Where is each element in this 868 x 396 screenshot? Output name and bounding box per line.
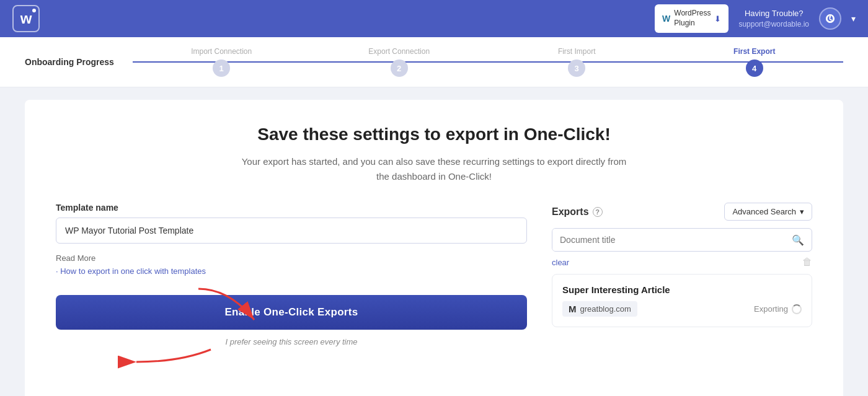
right-column: Exports ? Advanced Search ▾ 🔍 clear 🗑	[552, 203, 812, 327]
document-search-input[interactable]	[552, 229, 784, 251]
exporting-badge: Exporting	[754, 304, 802, 314]
trash-icon[interactable]: 🗑	[802, 257, 812, 268]
logo-dot	[32, 9, 36, 12]
site-badge: M greatblog.com	[562, 301, 637, 317]
step-4: First Export 4	[665, 47, 843, 77]
two-column-layout: Template name Read More How to export in…	[56, 203, 812, 377]
read-more-title: Read More	[56, 253, 527, 263]
step-4-circle: 4	[746, 59, 763, 77]
medium-icon: M	[569, 304, 577, 314]
power-icon	[825, 14, 835, 24]
export-item: Super Interesting Article M greatblog.co…	[552, 274, 812, 327]
wp-plugin-button[interactable]: W WordPressPlugin ⬇	[655, 4, 728, 32]
template-name-label: Template name	[56, 203, 527, 213]
exports-title: Exports ?	[552, 206, 603, 218]
chevron-down-icon[interactable]: ▾	[851, 14, 856, 24]
trouble-info: Having Trouble? support@wordable.io	[738, 8, 809, 30]
advanced-search-chevron-icon: ▾	[800, 207, 804, 216]
download-icon: ⬇	[714, 14, 721, 24]
help-icon[interactable]: ?	[593, 207, 603, 217]
wordpress-icon: W	[662, 14, 670, 24]
export-item-bottom: M greatblog.com Exporting	[562, 301, 802, 317]
step-3-circle: 3	[568, 59, 585, 77]
progress-label: Onboarding Progress	[25, 57, 114, 67]
logo: w	[12, 5, 40, 32]
exports-title-text: Exports	[552, 206, 589, 218]
trouble-title: Having Trouble?	[738, 8, 809, 19]
step-3-label: First Import	[558, 47, 596, 56]
spinner-icon	[792, 304, 802, 314]
step-1-circle: 1	[213, 59, 230, 77]
step-2-label: Export Connection	[368, 47, 430, 56]
clear-link[interactable]: clear	[552, 258, 569, 267]
card-title: Save these settings to export in One-Cli…	[56, 125, 812, 144]
arrow-container: Enable One-Click Exports	[56, 295, 527, 330]
logo-icon: w	[12, 5, 40, 32]
step-1-label: Import Connection	[191, 47, 252, 56]
exports-header: Exports ? Advanced Search ▾	[552, 203, 812, 221]
progress-steps: Import Connection 1 Export Connection 2 …	[133, 47, 843, 77]
header: w W WordPressPlugin ⬇ Having Trouble? su…	[0, 0, 868, 37]
site-name: greatblog.com	[580, 304, 631, 314]
step-1: Import Connection 1	[133, 47, 311, 77]
header-right: W WordPressPlugin ⬇ Having Trouble? supp…	[655, 4, 856, 32]
export-item-title: Super Interesting Article	[562, 284, 802, 295]
power-button[interactable]	[819, 7, 841, 30]
document-search-row: 🔍	[552, 228, 812, 252]
search-button[interactable]: 🔍	[784, 229, 812, 251]
support-email: support@wordable.io	[738, 19, 809, 30]
step-2: Export Connection 2	[310, 47, 488, 77]
clear-row: clear 🗑	[552, 257, 812, 268]
advanced-search-button[interactable]: Advanced Search ▾	[724, 203, 812, 221]
read-more-section: Read More How to export in one click wit…	[56, 253, 527, 276]
read-more-link[interactable]: How to export in one click with template…	[56, 266, 206, 276]
left-column: Template name Read More How to export in…	[56, 203, 527, 377]
exporting-label: Exporting	[754, 304, 788, 314]
advanced-search-label: Advanced Search	[732, 207, 796, 216]
wp-plugin-label: WordPressPlugin	[674, 9, 711, 28]
card-subtitle: Your export has started, and you can als…	[56, 154, 812, 184]
progress-section: Onboarding Progress Import Connection 1 …	[0, 37, 868, 87]
template-name-input[interactable]	[56, 218, 527, 244]
content-card: Save these settings to export in One-Cli…	[25, 100, 843, 396]
step-4-label: First Export	[733, 47, 775, 56]
main-content: Save these settings to export in One-Cli…	[0, 87, 868, 396]
step-2-circle: 2	[391, 59, 408, 77]
step-3: First Import 3	[488, 47, 666, 77]
enable-one-click-button[interactable]: Enable One-Click Exports	[56, 295, 527, 330]
skip-link[interactable]: I prefer seeing this screen every time	[56, 337, 527, 346]
